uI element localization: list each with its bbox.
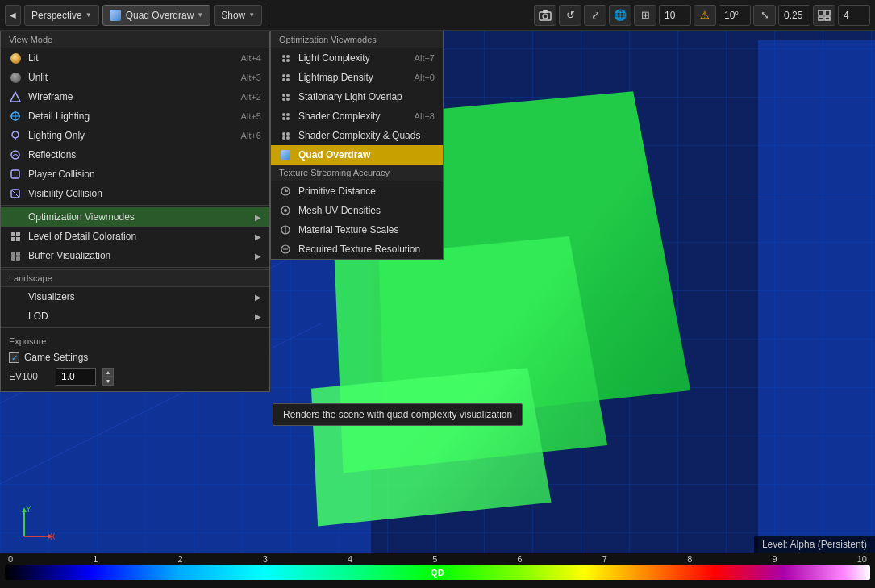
snap-value-field[interactable]: 10 — [659, 5, 691, 26]
scale-icon-btn[interactable]: ⤡ — [753, 5, 776, 26]
shader-complexity-quads-icon — [279, 129, 292, 142]
menu-item-detail-lighting[interactable]: Detail Lighting Alt+5 — [1, 106, 269, 126]
toolbar: ◀ Perspective ▼ Quad Overdraw ▼ Show ▼ ↺… — [0, 0, 875, 31]
detail-lighting-label: Detail Lighting — [28, 111, 235, 122]
menu-item-lightmap-density[interactable]: Lightmap Density Alt+0 — [271, 68, 443, 87]
ev100-label: EV100 — [9, 371, 49, 382]
exposure-section: Exposure Game Settings EV100 ▲ ▼ — [1, 330, 269, 391]
count-field[interactable]: 4 — [838, 5, 870, 26]
menu-item-stationary-light[interactable]: Stationary Light Overlap — [271, 87, 443, 106]
lit-shortcut: Alt+4 — [241, 53, 261, 63]
menu-item-light-complexity[interactable]: Light Complexity Alt+7 — [271, 48, 443, 68]
view-mode-button[interactable]: Quad Overdraw ▼ — [102, 5, 211, 26]
label-5: 5 — [432, 554, 437, 564]
visibility-collision-icon — [9, 187, 22, 200]
view-mode-arrow-icon: ▼ — [197, 11, 203, 19]
wireframe-shortcut: Alt+2 — [241, 92, 261, 102]
perspective-button[interactable]: Perspective ▼ — [24, 5, 99, 26]
shader-complexity-label: Shader Complexity — [298, 111, 408, 122]
lod2-label: LOD — [28, 311, 244, 322]
ev100-down-btn[interactable]: ▼ — [102, 377, 114, 386]
count-value: 4 — [844, 10, 849, 21]
menu-item-required-texture[interactable]: Required Texture Resolution — [271, 240, 443, 259]
lightmap-density-label: Lightmap Density — [298, 72, 408, 83]
menu-item-mesh-uv[interactable]: Mesh UV Densities — [271, 201, 443, 220]
menu-item-shader-complexity[interactable]: Shader Complexity Alt+8 — [271, 106, 443, 126]
buffer-viz-icon — [9, 249, 22, 262]
label-3: 3 — [263, 554, 268, 564]
exposure-header: Exposure — [9, 333, 261, 349]
shader-complexity-shortcut: Alt+8 — [415, 111, 435, 121]
menu-item-unlit[interactable]: Unlit Alt+3 — [1, 68, 269, 87]
menu-item-visualizers[interactable]: Visualizers ▶ — [1, 287, 269, 307]
game-settings-checkbox[interactable] — [9, 352, 19, 363]
menu-item-primitive-distance[interactable]: Primitive Distance — [271, 181, 443, 201]
buffer-viz-arrow-icon: ▶ — [255, 252, 261, 261]
rotate-icon-btn[interactable]: ↺ — [559, 5, 581, 26]
ev100-up-btn[interactable]: ▲ — [102, 368, 114, 377]
view-mode-header: View Mode — [1, 31, 269, 48]
opt-submenu-header: Optimization Viewmodes — [271, 31, 443, 48]
menu-item-shader-complexity-quads[interactable]: Shader Complexity & Quads — [271, 126, 443, 145]
quad-overdraw-label: Quad Overdraw — [298, 149, 428, 161]
menu-divider-2 — [1, 267, 269, 268]
view-mode-label: Quad Overdraw — [126, 10, 194, 21]
menu-item-reflections[interactable]: Reflections — [1, 145, 269, 165]
detail-lighting-shortcut: Alt+5 — [241, 111, 261, 121]
scale-value: 0.25 — [784, 10, 802, 21]
buffer-viz-label: Buffer Visualization — [28, 250, 244, 261]
globe-icon-btn[interactable]: 🌐 — [609, 5, 631, 26]
color-bar-container: 0 1 2 3 4 5 6 7 8 9 10 QD — [0, 553, 875, 588]
texture-streaming-header: Texture Streaming Accuracy — [271, 165, 443, 181]
label-6: 6 — [518, 554, 523, 564]
lighting-only-icon — [9, 129, 22, 142]
menu-item-player-collision[interactable]: Player Collision — [1, 165, 269, 184]
menu-item-lit[interactable]: Lit Alt+4 — [1, 48, 269, 68]
status-text: Level: Alpha (Persistent) — [762, 539, 867, 550]
axes-indicator: X Y — [16, 504, 56, 546]
show-label: Show — [221, 10, 245, 21]
snap-warning-icon-btn[interactable]: ⚠ — [694, 5, 716, 26]
grid-icon-btn[interactable]: ⊞ — [634, 5, 656, 26]
menu-item-material-texture[interactable]: Material Texture Scales — [271, 220, 443, 240]
tooltip-text: Renders the scene with quad complexity v… — [283, 409, 512, 420]
menu-item-lighting-only[interactable]: Lighting Only Alt+6 — [1, 126, 269, 145]
landscape-section-header: Landscape — [1, 269, 269, 287]
shader-complexity-icon — [279, 110, 292, 123]
maximize-icon-btn[interactable]: ⤢ — [584, 5, 606, 26]
scale-value-field[interactable]: 0.25 — [778, 5, 810, 26]
menu-item-wireframe[interactable]: Wireframe Alt+2 — [1, 87, 269, 106]
mesh-uv-icon — [279, 204, 292, 217]
menu-item-visibility-collision[interactable]: Visibility Collision — [1, 184, 269, 203]
perspective-label: Perspective — [31, 10, 82, 21]
shader-complexity-quads-label: Shader Complexity & Quads — [298, 130, 428, 141]
menu-divider-3 — [1, 327, 269, 328]
lit-label: Lit — [28, 52, 235, 64]
svg-line-25 — [11, 190, 19, 198]
camera-icon-btn[interactable] — [534, 5, 556, 26]
svg-point-20 — [12, 131, 19, 138]
visualizers-arrow-icon: ▶ — [255, 293, 261, 302]
menu-item-lod-coloration[interactable]: Level of Detail Coloration ▶ — [1, 227, 269, 246]
menu-item-buffer-viz[interactable]: Buffer Visualization ▶ — [1, 246, 269, 265]
menu-item-lod2[interactable]: LOD ▶ — [1, 307, 269, 326]
perspective-arrow-icon: ▼ — [85, 11, 92, 19]
label-8: 8 — [687, 554, 692, 564]
snap-degree-field[interactable]: 10° — [719, 5, 751, 26]
menu-item-optimization[interactable]: Optimization Viewmodes ▶ — [1, 207, 269, 227]
detail-lighting-icon — [9, 110, 22, 123]
wireframe-label: Wireframe — [28, 91, 235, 102]
color-bar-labels: 0 1 2 3 4 5 6 7 8 9 10 — [0, 553, 875, 565]
count-icon-btn[interactable] — [813, 5, 835, 26]
svg-rect-13 — [825, 10, 830, 15]
ev100-input[interactable] — [56, 368, 96, 386]
game-settings-row: Game Settings — [9, 349, 261, 365]
lod-coloration-arrow-icon: ▶ — [255, 232, 261, 241]
svg-rect-11 — [543, 10, 548, 13]
ev100-row: EV100 ▲ ▼ — [9, 365, 261, 388]
show-button[interactable]: Show ▼ — [214, 5, 262, 26]
toolbar-back-btn[interactable]: ◀ — [5, 5, 21, 26]
lighting-only-shortcut: Alt+6 — [241, 131, 261, 140]
view-mode-icon — [110, 10, 121, 21]
menu-item-quad-overdraw[interactable]: Quad Overdraw — [271, 145, 443, 165]
